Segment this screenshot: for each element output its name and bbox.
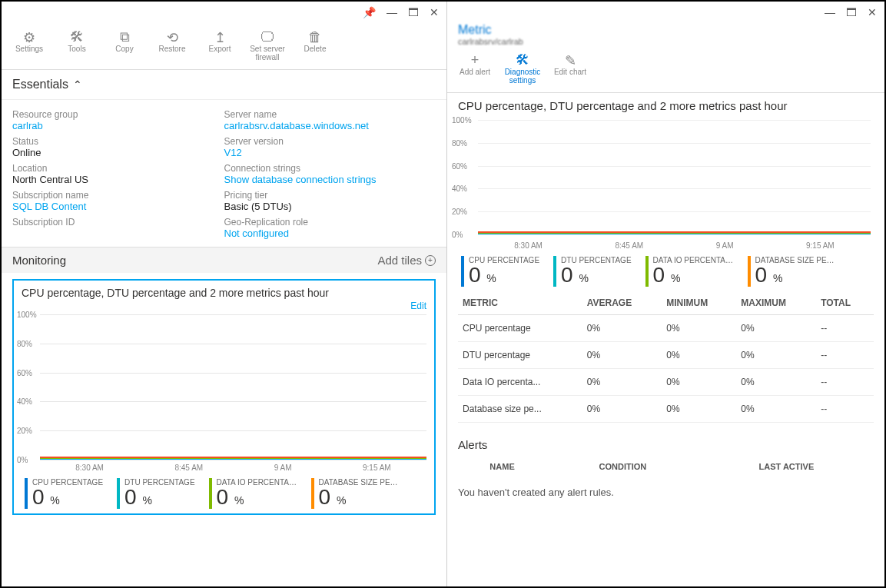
toolbar-edit-chart[interactable]: ✎Edit chart (552, 52, 589, 85)
legend-item[interactable]: DATA IO PERCENTAGE0 % (645, 256, 734, 287)
toolbar-copy[interactable]: ⧉Copy (106, 29, 143, 61)
x-tick: 9 AM (274, 463, 292, 472)
chart-title: CPU percentage, DTU percentage and 2 mor… (22, 287, 426, 299)
legend-item[interactable]: CPU PERCENTAGE0 % (25, 478, 103, 509)
field-label: Location (12, 163, 224, 174)
field-value[interactable]: carlrab (12, 120, 224, 131)
table-row[interactable]: DTU percentage0%0%0%-- (458, 342, 874, 369)
field-value: North Central US (12, 174, 224, 185)
field-value[interactable]: carlrabsrv.database.windows.net (224, 120, 436, 131)
metrics-table: METRICAVERAGEMINIMUMMAXIMUMTOTAL CPU per… (458, 291, 874, 423)
metric-chart-tile[interactable]: CPU percentage, DTU percentage and 2 mor… (12, 279, 436, 515)
legend-item[interactable]: DATABASE SIZE PERCENT...0 % (311, 478, 400, 509)
edit-chart-link[interactable]: Edit (22, 301, 426, 311)
x-tick: 8:30 AM (514, 241, 543, 250)
field-label: Server version (224, 136, 436, 147)
toolbar-settings[interactable]: ⚙Settings (11, 29, 48, 61)
field-label: Resource group (12, 109, 224, 120)
table-row[interactable]: Data IO percenta...0%0%0%-- (458, 369, 874, 396)
close-icon[interactable]: ✕ (868, 6, 877, 18)
x-tick: 8:45 AM (174, 463, 203, 472)
toolbar-delete[interactable]: 🗑Delete (297, 29, 333, 61)
blade-title: Metric (447, 23, 884, 37)
minimize-icon[interactable]: — (387, 6, 397, 18)
y-tick: 80% (17, 339, 32, 347)
y-tick: 0% (17, 456, 28, 464)
blade-subtitle: carlrabsrv/carlrab (447, 37, 884, 46)
close-icon[interactable]: ✕ (430, 6, 439, 18)
field-label: Subscription name (12, 190, 224, 201)
toolbar-add-alert[interactable]: +Add alert (456, 52, 493, 85)
col-header[interactable]: NAME (458, 456, 546, 477)
legend-value: 0 % (561, 264, 632, 286)
field-value: Basic (5 DTUs) (224, 201, 436, 212)
field-label: Geo-Replication role (224, 217, 436, 228)
col-header[interactable]: TOTAL (816, 291, 874, 315)
col-header[interactable]: LAST ACTIVE (699, 456, 874, 477)
toolbar-tools[interactable]: 🛠Tools (58, 29, 95, 61)
legend-item[interactable]: DTU PERCENTAGE0 % (117, 478, 195, 509)
field-label: Status (12, 136, 224, 147)
table-row[interactable]: CPU percentage0%0%0%-- (458, 315, 874, 342)
field-label: Pricing tier (224, 190, 436, 201)
maximize-icon[interactable]: 🗖 (408, 6, 419, 18)
y-tick: 80% (452, 138, 467, 147)
field-value[interactable]: Show database connection strings (224, 174, 436, 185)
col-header[interactable]: METRIC (458, 291, 582, 315)
col-header[interactable]: AVERAGE (582, 291, 662, 315)
essentials-header[interactable]: Essentials (12, 78, 68, 91)
legend-value: 0 % (32, 487, 103, 508)
y-tick: 60% (452, 161, 467, 170)
chevron-up-icon[interactable] (73, 78, 82, 91)
legend-item[interactable]: CPU PERCENTAGE0 % (461, 256, 539, 287)
add-tiles-button[interactable]: Add tiles + (377, 254, 436, 267)
x-tick: 9:15 AM (363, 463, 391, 472)
field-value[interactable]: Not configured (224, 228, 436, 239)
x-tick: 8:45 AM (615, 241, 643, 250)
x-tick: 9 AM (716, 241, 734, 250)
y-tick: 100% (17, 311, 37, 319)
monitoring-header: Monitoring (12, 254, 66, 267)
y-tick: 20% (452, 208, 467, 216)
field-value[interactable]: V12 (224, 147, 436, 158)
legend-value: 0 % (124, 487, 195, 508)
field-label: Subscription ID (12, 217, 224, 228)
field-value[interactable]: SQL DB Content (12, 201, 224, 212)
pin-icon[interactable]: 📌 (363, 6, 376, 18)
col-header[interactable]: MINIMUM (662, 291, 736, 315)
alerts-header: Alerts (447, 427, 884, 456)
legend-item[interactable]: DATABASE SIZE PERCENT...0 % (748, 256, 836, 287)
plus-icon: + (425, 255, 436, 266)
field-label: Server name (224, 109, 436, 120)
y-tick: 40% (17, 397, 32, 406)
field-label: Connection strings (224, 163, 436, 174)
col-header[interactable]: CONDITION (546, 456, 699, 477)
y-tick: 100% (452, 116, 472, 125)
toolbar-set-server-firewall[interactable]: 🖵Set server firewall (249, 29, 286, 61)
y-tick: 40% (452, 184, 467, 193)
col-header[interactable]: MAXIMUM (736, 291, 816, 315)
x-tick: 8:30 AM (75, 463, 104, 472)
y-tick: 20% (17, 427, 32, 435)
legend-value: 0 % (653, 264, 734, 286)
legend-value: 0 % (755, 264, 836, 286)
legend-item[interactable]: DATA IO PERCENTAGE0 % (209, 478, 297, 509)
y-tick: 0% (452, 231, 463, 239)
legend-value: 0 % (469, 264, 539, 286)
toolbar-restore[interactable]: ⟲Restore (154, 29, 191, 61)
x-tick: 9:15 AM (806, 241, 835, 250)
minimize-icon[interactable]: — (825, 6, 835, 18)
right-chart-title: CPU percentage, DTU percentage and 2 mor… (447, 93, 884, 117)
maximize-icon[interactable]: 🗖 (846, 6, 857, 18)
table-row[interactable]: Database size pe...0%0%0%-- (458, 396, 874, 423)
toolbar-diagnostic-settings[interactable]: 🛠Diagnostic settings (504, 52, 541, 85)
legend-item[interactable]: DTU PERCENTAGE0 % (553, 256, 632, 287)
no-alerts-message: You haven't created any alert rules. (447, 477, 884, 507)
legend-value: 0 % (319, 487, 400, 508)
field-value: Online (12, 147, 224, 158)
legend-value: 0 % (217, 487, 297, 508)
alerts-table: NAMECONDITIONLAST ACTIVE (458, 456, 874, 477)
y-tick: 60% (17, 368, 32, 377)
toolbar-export[interactable]: ↥Export (201, 29, 238, 61)
